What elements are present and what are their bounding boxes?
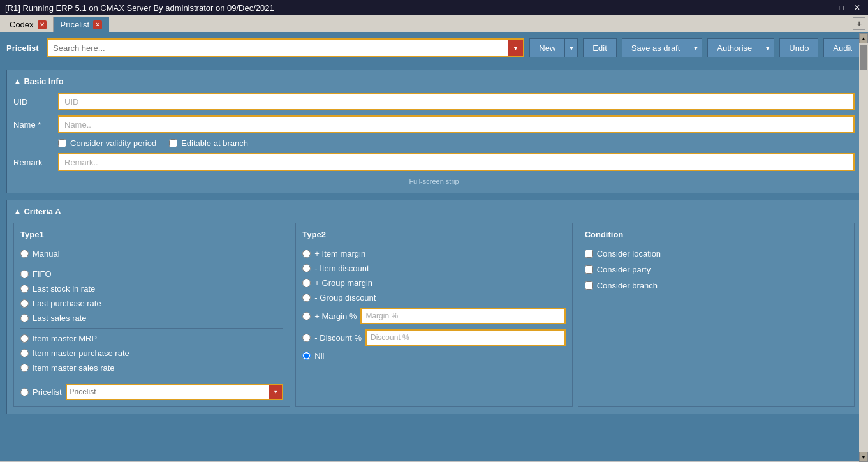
radio-item-master-sales-input[interactable] <box>20 364 29 372</box>
radio-item-master-sales-label: Item master sales rate <box>33 363 115 373</box>
authorise-dropdown-button[interactable]: ▼ <box>761 38 774 57</box>
criteria-grid: Type1 Manual FIFO Last stock in rate <box>13 223 855 407</box>
radio-last-stock-in-input[interactable] <box>20 285 29 293</box>
radio-group-discount-minus-input[interactable] <box>302 294 311 302</box>
new-btn-group: New ▼ <box>529 38 578 57</box>
window-controls: ─ □ ✕ <box>821 3 863 12</box>
radio-margin-pct-plus-label: + Margin % <box>314 311 357 321</box>
margin-pct-input[interactable] <box>360 308 565 324</box>
divider-last-sales <box>20 328 283 329</box>
tab-pricelist-close[interactable]: ✕ <box>93 20 102 29</box>
consider-branch-checkbox[interactable] <box>585 281 593 290</box>
editable-branch-checkbox[interactable] <box>169 139 177 147</box>
name-input[interactable] <box>58 116 855 133</box>
radio-item-master-purchase[interactable]: Item master purchase rate <box>20 348 283 358</box>
minimize-button[interactable]: ─ <box>821 3 832 12</box>
tab-codex-close[interactable]: ✕ <box>38 20 47 29</box>
radio-margin-pct-plus-input[interactable] <box>302 312 311 320</box>
divider-manual <box>20 264 283 264</box>
tab-codex[interactable]: Codex ✕ <box>3 17 54 32</box>
radio-pricelist[interactable]: Pricelist <box>20 387 62 397</box>
save-as-draft-button[interactable]: Save as draft <box>622 38 690 57</box>
search-dropdown-button[interactable]: ▼ <box>508 40 523 56</box>
authorise-btn-group: Authorise ▼ <box>707 38 774 57</box>
radio-group-margin-plus-input[interactable] <box>302 279 311 287</box>
new-dropdown-button[interactable]: ▼ <box>565 38 578 57</box>
radio-discount-pct-minus[interactable]: - Discount % <box>302 333 362 343</box>
remark-input[interactable] <box>58 153 855 171</box>
add-tab-button[interactable]: + <box>853 17 865 30</box>
scroll-up-button[interactable]: ▲ <box>859 33 868 43</box>
search-input[interactable] <box>48 40 508 56</box>
new-button[interactable]: New <box>529 38 565 57</box>
authorise-button[interactable]: Authorise <box>707 38 761 57</box>
toolbar: Pricelist ▼ New ▼ Edit Save as draft ▼ A… <box>0 33 868 63</box>
radio-item-discount-minus-input[interactable] <box>302 264 311 272</box>
type1-panel: Type1 Manual FIFO Last stock in rate <box>13 223 290 407</box>
uid-row: UID <box>13 93 855 110</box>
radio-pricelist-label: Pricelist <box>33 387 62 397</box>
radio-margin-pct-plus[interactable]: + Margin % <box>302 311 357 321</box>
consider-branch-label: Consider branch <box>597 281 658 290</box>
audit-button[interactable]: Audit <box>823 38 862 57</box>
edit-button[interactable]: Edit <box>583 38 616 57</box>
pricelist-radio-row: Pricelist ▼ <box>20 384 283 400</box>
radio-item-master-sales[interactable]: Item master sales rate <box>20 363 283 373</box>
remark-row: Remark <box>13 153 855 171</box>
validity-period-label: Consider validity period <box>70 138 156 148</box>
radio-item-margin-plus-label: + Item margin <box>314 249 365 258</box>
consider-location-checkbox[interactable] <box>585 250 593 258</box>
scroll-down-button[interactable]: ▼ <box>859 452 868 462</box>
radio-item-master-purchase-input[interactable] <box>20 349 29 357</box>
app-title: [R1] Running ERP 5.1 on CMAX Server By a… <box>5 3 274 13</box>
scroll-thumb[interactable] <box>860 45 867 70</box>
consider-party-label: Consider party <box>597 265 651 274</box>
save-draft-dropdown-button[interactable]: ▼ <box>689 38 702 57</box>
discount-pct-input[interactable] <box>365 329 566 346</box>
maximize-button[interactable]: □ <box>837 3 846 12</box>
radio-nil[interactable]: Nil <box>302 351 565 361</box>
editable-branch-checkbox-label[interactable]: Editable at branch <box>169 138 248 148</box>
radio-last-sales[interactable]: Last sales rate <box>20 313 283 323</box>
radio-item-discount-minus-label: - Item discount <box>314 264 369 273</box>
radio-item-master-mrp[interactable]: Item master MRP <box>20 334 283 343</box>
radio-group-margin-plus[interactable]: + Group margin <box>302 278 565 288</box>
close-button[interactable]: ✕ <box>851 3 863 12</box>
radio-item-margin-plus-input[interactable] <box>302 250 311 258</box>
radio-group-discount-minus[interactable]: - Group discount <box>302 293 565 302</box>
radio-last-purchase[interactable]: Last purchase rate <box>20 299 283 308</box>
validity-period-checkbox-label[interactable]: Consider validity period <box>58 138 156 148</box>
consider-party-checkbox-label[interactable]: Consider party <box>585 265 848 274</box>
editable-branch-label: Editable at branch <box>181 138 248 148</box>
consider-branch-checkbox-label[interactable]: Consider branch <box>585 281 848 290</box>
radio-last-purchase-input[interactable] <box>20 299 29 308</box>
tab-codex-label: Codex <box>10 20 34 29</box>
consider-location-checkbox-label[interactable]: Consider location <box>585 249 848 258</box>
radio-manual[interactable]: Manual <box>20 249 283 258</box>
radio-item-margin-plus[interactable]: + Item margin <box>302 249 565 258</box>
consider-party-checkbox[interactable] <box>585 265 593 274</box>
radio-item-master-mrp-input[interactable] <box>20 334 29 343</box>
pricelist-dropdown-button[interactable]: ▼ <box>269 385 282 399</box>
radio-item-discount-minus[interactable]: - Item discount <box>302 264 565 273</box>
validity-period-checkbox[interactable] <box>58 139 66 147</box>
pricelist-select-input[interactable] <box>67 385 270 399</box>
name-label: Name * <box>13 120 52 130</box>
save-draft-btn-group: Save as draft ▼ <box>622 38 703 57</box>
radio-fifo-input[interactable] <box>20 270 29 278</box>
radio-nil-input[interactable] <box>302 352 311 360</box>
radio-fifo[interactable]: FIFO <box>20 269 283 279</box>
uid-input[interactable] <box>58 93 855 110</box>
radio-discount-pct-minus-input[interactable] <box>302 334 311 342</box>
tab-pricelist[interactable]: Pricelist ✕ <box>54 17 110 32</box>
radio-pricelist-input[interactable] <box>20 388 29 396</box>
basic-info-header: ▲ Basic Info <box>13 77 855 86</box>
radio-manual-input[interactable] <box>20 250 29 258</box>
condition-panel: Condition Consider location Consider par… <box>578 223 855 407</box>
radio-last-sales-input[interactable] <box>20 314 29 322</box>
undo-button[interactable]: Undo <box>779 38 818 57</box>
radio-last-sales-label: Last sales rate <box>33 313 87 323</box>
radio-last-stock-in[interactable]: Last stock in rate <box>20 284 283 294</box>
radio-fifo-label: FIFO <box>33 269 52 279</box>
checkboxes-row: Consider validity period Editable at bra… <box>13 138 855 148</box>
